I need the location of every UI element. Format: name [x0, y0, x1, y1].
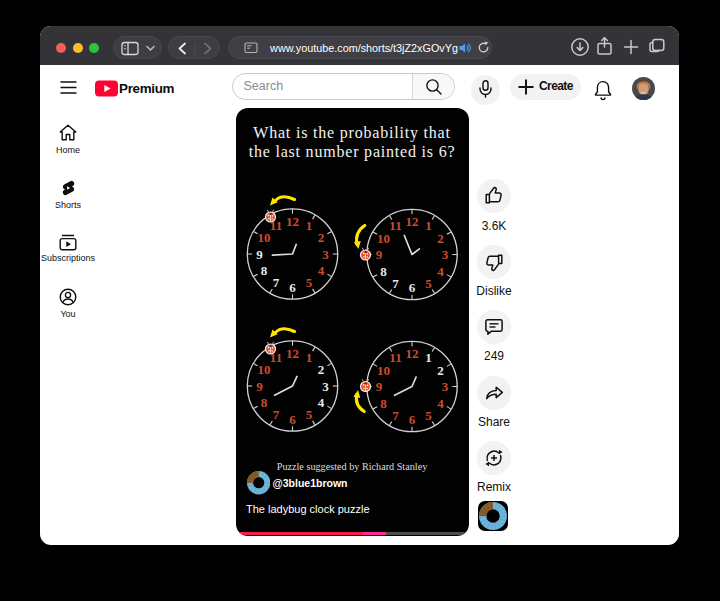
svg-text:9: 9: [256, 379, 263, 394]
svg-text:12: 12: [286, 214, 299, 229]
svg-text:3: 3: [441, 379, 448, 394]
svg-text:10: 10: [257, 230, 270, 245]
svg-text:5: 5: [305, 407, 312, 422]
svg-text:10: 10: [376, 363, 389, 378]
svg-text:10: 10: [376, 231, 389, 246]
svg-text:9: 9: [375, 247, 382, 262]
svg-text:6: 6: [289, 412, 296, 427]
svg-text:11: 11: [389, 350, 401, 365]
svg-text:9: 9: [375, 379, 382, 394]
svg-text:1: 1: [425, 350, 432, 365]
svg-text:1: 1: [305, 350, 312, 365]
svg-text:12: 12: [286, 346, 299, 361]
svg-text:4: 4: [317, 263, 324, 278]
svg-text:9: 9: [256, 247, 263, 262]
svg-text:4: 4: [437, 396, 444, 411]
svg-text:8: 8: [260, 395, 267, 410]
svg-text:6: 6: [408, 280, 415, 295]
svg-text:8: 8: [380, 396, 387, 411]
svg-text:3: 3: [322, 247, 329, 262]
svg-text:7: 7: [392, 408, 399, 423]
svg-text:6: 6: [289, 280, 296, 295]
svg-text:7: 7: [272, 407, 279, 422]
svg-text:2: 2: [317, 230, 324, 245]
svg-text:12: 12: [405, 214, 418, 229]
svg-text:Premium: Premium: [119, 81, 175, 96]
svg-text:5: 5: [425, 408, 432, 423]
svg-text:2: 2: [437, 363, 444, 378]
svg-text:5: 5: [305, 275, 312, 290]
svg-text:7: 7: [272, 275, 279, 290]
svg-text:5: 5: [425, 276, 432, 291]
svg-text:4: 4: [317, 395, 324, 410]
svg-text:3: 3: [322, 379, 329, 394]
svg-text:8: 8: [380, 264, 387, 279]
svg-text:1: 1: [425, 218, 432, 233]
svg-text:12: 12: [405, 346, 418, 361]
svg-text:4: 4: [437, 264, 444, 279]
svg-text:3: 3: [441, 247, 448, 262]
svg-text:11: 11: [389, 218, 401, 233]
svg-text:2: 2: [437, 231, 444, 246]
svg-text:6: 6: [408, 412, 415, 427]
svg-text:1: 1: [305, 218, 312, 233]
svg-text:8: 8: [260, 263, 267, 278]
svg-text:2: 2: [317, 362, 324, 377]
svg-text:7: 7: [392, 276, 399, 291]
svg-text:10: 10: [257, 362, 270, 377]
